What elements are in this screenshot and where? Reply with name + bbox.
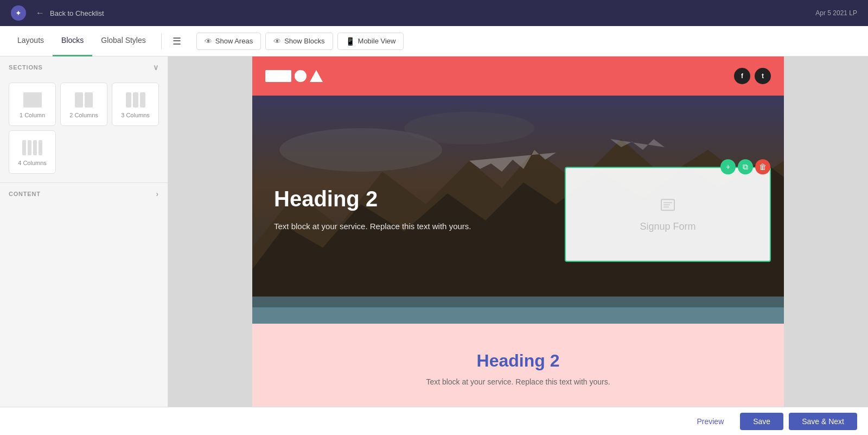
section-1-column[interactable]: 1 Column xyxy=(9,83,56,126)
back-to-checklist[interactable]: ✦ ← Back to Checklist xyxy=(11,5,104,21)
hero-logo xyxy=(265,70,323,82)
mobile-icon: 📱 xyxy=(346,37,355,46)
form-placeholder-icon xyxy=(659,196,676,217)
toolbar-tabs: Layouts Blocks Global Styles xyxy=(9,26,155,56)
svg-rect-6 xyxy=(252,307,784,324)
sections-label: SECTIONS xyxy=(9,64,43,71)
eye-icon: 👁 xyxy=(205,37,212,46)
pink-heading: Heading 2 xyxy=(274,351,762,371)
logo-rect xyxy=(265,70,291,82)
canvas-area[interactable]: f t xyxy=(168,56,868,435)
2-columns-icon xyxy=(75,92,93,108)
tab-layouts[interactable]: Layouts xyxy=(9,26,53,56)
logo-triangle xyxy=(310,70,323,82)
hero-image-section: Heading 2 Text block at your service. Re… xyxy=(252,96,784,324)
1-column-icon xyxy=(23,92,42,108)
tab-blocks[interactable]: Blocks xyxy=(53,26,92,56)
show-areas-label: Show Areas xyxy=(215,37,253,45)
tab-global-styles[interactable]: Global Styles xyxy=(92,26,154,56)
sections-header[interactable]: SECTIONS ∨ xyxy=(0,56,168,78)
hero-text: Text block at your service. Replace this… xyxy=(274,220,471,233)
main-layout: SECTIONS ∨ 1 Column 2 Columns xyxy=(0,56,868,435)
save-next-button[interactable]: Save & Next xyxy=(789,413,857,430)
preview-button[interactable]: Preview xyxy=(686,413,735,430)
social-buttons: f t xyxy=(734,68,771,84)
mobile-view-label: Mobile View xyxy=(358,37,396,45)
mobile-view-button[interactable]: 📱 Mobile View xyxy=(337,33,404,50)
2-columns-label: 2 Columns xyxy=(69,112,98,118)
chevron-down-icon: ∨ xyxy=(153,63,159,72)
toolbar-right-buttons: 👁 Show Areas 👁 Show Blocks 📱 Mobile View xyxy=(196,33,404,50)
page-preview: f t xyxy=(252,56,784,432)
content-header[interactable]: CONTENT › xyxy=(0,182,168,205)
menu-icon[interactable]: ☰ xyxy=(168,35,186,47)
show-areas-button[interactable]: 👁 Show Areas xyxy=(196,33,261,50)
3-columns-label: 3 Columns xyxy=(121,112,150,118)
section-2-columns[interactable]: 2 Columns xyxy=(60,83,107,126)
facebook-button[interactable]: f xyxy=(734,68,750,84)
sidebar: SECTIONS ∨ 1 Column 2 Columns xyxy=(0,56,168,435)
hero-header: f t xyxy=(252,56,784,96)
section-4-columns[interactable]: 4 Columns xyxy=(9,130,56,174)
app-logo-icon: ✦ xyxy=(11,5,26,21)
block-actions: + ⧉ 🗑 xyxy=(718,159,770,174)
3-columns-icon xyxy=(126,92,145,108)
section-3-columns[interactable]: 3 Columns xyxy=(112,83,159,126)
back-label: Back to Checklist xyxy=(50,9,104,17)
arrow-right-icon: › xyxy=(156,190,159,198)
show-blocks-label: Show Blocks xyxy=(284,37,324,45)
timestamp: Apr 5 2021 LP xyxy=(815,9,857,17)
sections-grid: 1 Column 2 Columns 3 Columns xyxy=(0,78,168,182)
svg-point-8 xyxy=(404,112,534,144)
eye-icon-2: 👁 xyxy=(273,37,281,46)
4-columns-label: 4 Columns xyxy=(18,160,47,166)
hero-heading: Heading 2 xyxy=(274,187,471,211)
content-label: CONTENT xyxy=(9,191,41,197)
signup-form-block[interactable]: + ⧉ 🗑 Signup Form xyxy=(565,167,771,262)
logo-circle xyxy=(295,70,307,82)
pink-text: Text block at your service. Replace this… xyxy=(274,377,762,386)
bottom-action-bar: Preview Save Save & Next xyxy=(0,407,868,435)
back-arrow-icon: ← xyxy=(36,8,44,18)
toolbar-divider xyxy=(161,34,162,49)
toolbar: Layouts Blocks Global Styles ☰ 👁 Show Ar… xyxy=(0,26,868,56)
hero-content: Heading 2 Text block at your service. Re… xyxy=(274,187,471,233)
top-navbar: ✦ ← Back to Checklist Apr 5 2021 LP xyxy=(0,0,868,26)
1-column-label: 1 Column xyxy=(20,112,45,118)
4-columns-icon xyxy=(22,140,42,155)
twitter-button[interactable]: t xyxy=(755,68,771,84)
copy-block-button[interactable]: ⧉ xyxy=(738,159,753,174)
save-button[interactable]: Save xyxy=(740,413,783,430)
signup-form-label: Signup Form xyxy=(640,221,695,232)
delete-block-button[interactable]: 🗑 xyxy=(755,159,770,174)
show-blocks-button[interactable]: 👁 Show Blocks xyxy=(265,33,333,50)
add-block-button[interactable]: + xyxy=(720,159,736,174)
